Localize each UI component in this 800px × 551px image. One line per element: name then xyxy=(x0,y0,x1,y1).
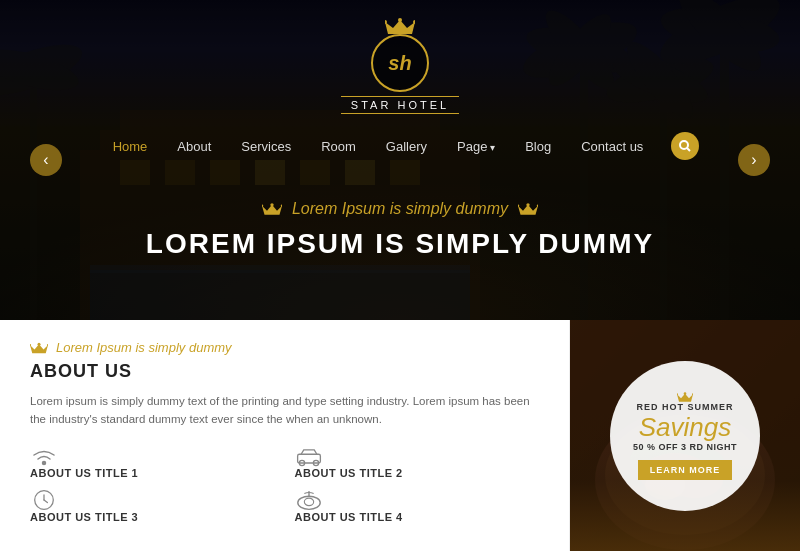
navbar: sh STAR HOTEL Home About Services Room G… xyxy=(0,0,800,170)
promo-panel: RED HOT SUMMER Savings 50 % OFF 3 RD NIG… xyxy=(570,320,800,551)
promo-learn-more-button[interactable]: LEARN MORE xyxy=(638,460,733,480)
svg-marker-28 xyxy=(385,20,415,34)
nav-contact[interactable]: Contact us xyxy=(569,135,655,158)
svg-rect-26 xyxy=(90,270,470,320)
nav-room[interactable]: Room xyxy=(309,135,368,158)
svg-point-43 xyxy=(38,342,41,345)
feature-label-1: ABOUT US TITLE 1 xyxy=(30,467,138,479)
hero-content: Lorem Ipsum is simply dummy LOREM IPSUM … xyxy=(0,200,800,260)
nav-gallery[interactable]: Gallery xyxy=(374,135,439,158)
carousel-next-button[interactable]: › xyxy=(738,144,770,176)
feature-item-2: ABOUT US TITLE 2 xyxy=(295,445,540,479)
hero-subtitle: Lorem Ipsum is simply dummy xyxy=(0,200,800,218)
crown-icon-left xyxy=(262,203,282,215)
svg-point-32 xyxy=(680,141,688,149)
nav-services[interactable]: Services xyxy=(229,135,303,158)
car-icon xyxy=(295,445,323,467)
nav-about[interactable]: About xyxy=(165,135,223,158)
promo-hot-label: RED HOT SUMMER xyxy=(637,402,734,412)
svg-point-54 xyxy=(304,498,313,505)
logo-area: sh STAR HOTEL xyxy=(341,0,459,114)
about-text: Lorem ipsum is simply dummy text of the … xyxy=(30,392,539,429)
hero-title: LOREM IPSUM IS SIMPLY DUMMY xyxy=(0,228,800,260)
promo-savings-text: Savings xyxy=(639,414,732,440)
food-icon xyxy=(295,489,323,511)
svg-point-40 xyxy=(518,204,519,207)
nav-blog[interactable]: Blog xyxy=(513,135,563,158)
feature-item-4: ABOUT US TITLE 4 xyxy=(295,489,540,523)
svg-rect-27 xyxy=(90,265,470,273)
nav-home[interactable]: Home xyxy=(101,135,160,158)
svg-point-65 xyxy=(684,392,687,395)
svg-point-35 xyxy=(270,203,273,206)
about-label: Lorem Ipsum is simply dummy xyxy=(30,340,539,355)
svg-point-29 xyxy=(398,18,402,22)
feature-label-4: ABOUT US TITLE 4 xyxy=(295,511,403,523)
crown-icon-about xyxy=(30,342,48,354)
nav-page[interactable]: Page xyxy=(445,135,507,158)
about-title: ABOUT US xyxy=(30,361,539,382)
content-section: Lorem Ipsum is simply dummy ABOUT US Lor… xyxy=(0,320,800,551)
about-panel: Lorem Ipsum is simply dummy ABOUT US Lor… xyxy=(0,320,570,551)
svg-point-37 xyxy=(281,204,282,207)
svg-point-36 xyxy=(262,204,263,207)
crown-icon-right xyxy=(518,203,538,215)
svg-line-52 xyxy=(44,500,47,503)
logo-name: STAR HOTEL xyxy=(341,96,459,114)
wifi-icon xyxy=(30,445,58,467)
promo-circle: RED HOT SUMMER Savings 50 % OFF 3 RD NIG… xyxy=(610,361,760,511)
feature-label-2: ABOUT US TITLE 2 xyxy=(295,467,403,479)
carousel-prev-button[interactable]: ‹ xyxy=(30,144,62,176)
svg-point-67 xyxy=(692,393,693,395)
logo-monogram: sh xyxy=(371,34,429,92)
feature-item-1: ABOUT US TITLE 1 xyxy=(30,445,275,479)
feature-label-3: ABOUT US TITLE 3 xyxy=(30,511,138,523)
svg-rect-47 xyxy=(297,454,320,463)
search-icon xyxy=(679,140,691,152)
search-button[interactable] xyxy=(671,132,699,160)
crown-icon-promo xyxy=(677,392,693,402)
svg-point-39 xyxy=(526,203,529,206)
svg-point-41 xyxy=(537,204,538,207)
nav-links: Home About Services Room Gallery Page Bl… xyxy=(81,122,720,170)
svg-line-33 xyxy=(687,148,690,151)
svg-point-66 xyxy=(677,393,678,395)
svg-point-45 xyxy=(47,343,48,345)
crown-icon-logo xyxy=(385,18,415,34)
feature-item-3: ABOUT US TITLE 3 xyxy=(30,489,275,523)
promo-offer-text: 50 % OFF 3 RD NIGHT xyxy=(633,442,737,452)
features-grid: ABOUT US TITLE 1 ABOUT US TITLE 2 xyxy=(30,445,539,523)
svg-point-44 xyxy=(30,343,31,345)
hero-section: sh STAR HOTEL Home About Services Room G… xyxy=(0,0,800,320)
svg-point-46 xyxy=(43,461,46,464)
clock-icon xyxy=(30,489,58,511)
